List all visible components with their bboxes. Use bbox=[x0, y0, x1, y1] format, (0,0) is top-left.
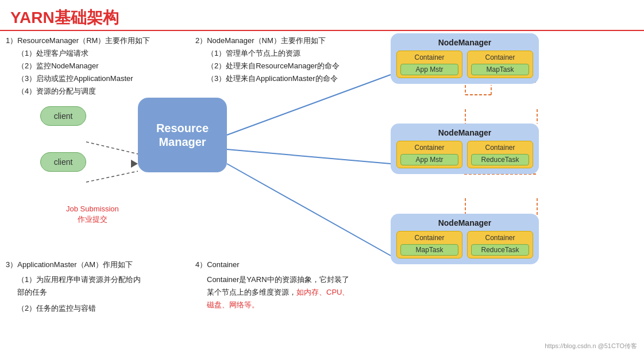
section2: 2）NodeManager（NM）主要作用如下 （1）管理单个节点上的资源 （2… bbox=[195, 34, 391, 85]
nm2-containers: Container App Mstr Container ReduceTask bbox=[396, 141, 533, 168]
client1-label: client bbox=[54, 111, 73, 121]
section3-heading: 3）ApplicationMaster（AM）作用如下 bbox=[6, 258, 144, 271]
section2-heading: 2）NodeManager（NM）主要作用如下 bbox=[195, 34, 391, 47]
nm1-c2-label: Container bbox=[471, 53, 529, 61]
nm2-c1-label: Container bbox=[400, 144, 458, 152]
section1-item1: （1）处理客户端请求 bbox=[6, 47, 184, 60]
nm1-c2-inner: MapTask bbox=[471, 64, 529, 75]
section1: 1）ResourceManager（RM）主要作用如下 （1）处理客户端请求 （… bbox=[6, 34, 184, 98]
nm2-c2-inner: ReduceTask bbox=[471, 154, 529, 165]
section1-item4: （4）资源的分配与调度 bbox=[6, 85, 184, 98]
client2-node: client bbox=[40, 152, 86, 172]
section4: 4）Container Container是YARN中的资源抽象，它封装了某个节… bbox=[195, 258, 350, 311]
nm3-title: NodeManager bbox=[396, 218, 533, 227]
nm2-title: NodeManager bbox=[396, 128, 533, 137]
nm2-container1: Container App Mstr bbox=[396, 141, 462, 168]
section3-item2: （2）任务的监控与容错 bbox=[6, 302, 144, 315]
nm2-container2: Container ReduceTask bbox=[467, 141, 533, 168]
section1-item2: （2）监控NodeManager bbox=[6, 60, 184, 72]
client1-node: client bbox=[40, 106, 86, 126]
nodemanager3-box: NodeManager Container MapTask Container … bbox=[391, 214, 539, 264]
nm3-c2-label: Container bbox=[471, 234, 529, 242]
nm3-container2: Container ReduceTask bbox=[467, 231, 533, 258]
rm-label: ResourceManager bbox=[156, 121, 209, 149]
section3-item1: （1）为应用程序申请资源并分配给内部的任务 bbox=[6, 273, 144, 299]
svg-line-1 bbox=[86, 171, 138, 182]
nm1-title: NodeManager bbox=[396, 38, 533, 47]
svg-line-0 bbox=[86, 142, 138, 154]
svg-line-4 bbox=[227, 149, 391, 164]
watermark: https://blog.csdn.n @51CTO传客 bbox=[545, 342, 637, 350]
nm2-c2-label: Container bbox=[471, 144, 529, 152]
nm1-container2: Container MapTask bbox=[467, 51, 533, 78]
client2-label: client bbox=[54, 157, 73, 167]
title-underline bbox=[0, 30, 644, 31]
svg-marker-2 bbox=[131, 160, 138, 168]
section3: 3）ApplicationMaster（AM）作用如下 （1）为应用程序申请资源… bbox=[6, 258, 144, 315]
section2-item1: （1）管理单个节点上的资源 bbox=[195, 47, 391, 60]
page-title: YARN基础架构 bbox=[10, 7, 119, 29]
nm1-c1-label: Container bbox=[400, 53, 458, 61]
nm3-containers: Container MapTask Container ReduceTask bbox=[396, 231, 533, 258]
nm3-c2-inner: ReduceTask bbox=[471, 244, 529, 256]
nm2-c1-inner: App Mstr bbox=[400, 154, 458, 165]
nm1-c1-inner: App Mstr bbox=[400, 64, 458, 75]
nm1-container1: Container App Mstr bbox=[396, 51, 462, 78]
section4-heading: 4）Container bbox=[195, 258, 350, 271]
nm3-c1-label: Container bbox=[400, 234, 458, 242]
resource-manager-box: ResourceManager bbox=[138, 98, 227, 172]
nm3-container1: Container MapTask bbox=[396, 231, 462, 258]
nm1-containers: Container App Mstr Container MapTask bbox=[396, 51, 533, 78]
nm3-c1-inner: MapTask bbox=[400, 244, 458, 256]
job-submission-label: Job Submission 作业提交 bbox=[66, 204, 119, 225]
section1-item3: （3）启动或监控ApplicationMaster bbox=[6, 72, 184, 85]
section1-heading: 1）ResourceManager（RM）主要作用如下 bbox=[6, 34, 184, 47]
section2-item3: （3）处理来自ApplicationMaster的命令 bbox=[195, 72, 391, 85]
nodemanager2-box: NodeManager Container App Mstr Container… bbox=[391, 124, 539, 174]
nodemanager1-box: NodeManager Container App Mstr Container… bbox=[391, 33, 539, 84]
section2-item2: （2）处理来自ResourceManager的命令 bbox=[195, 60, 391, 72]
svg-line-5 bbox=[227, 164, 391, 256]
